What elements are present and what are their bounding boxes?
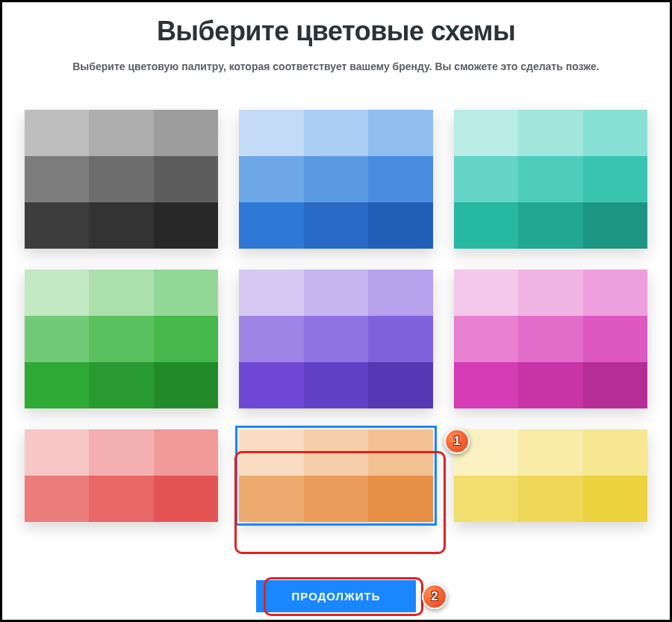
continue-button[interactable]: ПРОДОЛЖИТЬ bbox=[256, 580, 417, 612]
palette-blue[interactable] bbox=[239, 110, 432, 249]
continue-wrap: ПРОДОЛЖИТЬ bbox=[2, 580, 670, 612]
palette-grid bbox=[25, 110, 647, 522]
palette-red[interactable] bbox=[25, 429, 218, 522]
page-subtitle: Выберите цветовую палитру, которая соотв… bbox=[2, 60, 670, 72]
palette-teal[interactable] bbox=[454, 110, 647, 249]
palette-green[interactable] bbox=[25, 270, 218, 408]
palette-pink[interactable] bbox=[454, 270, 647, 408]
palette-yellow[interactable] bbox=[454, 429, 647, 522]
palette-purple[interactable] bbox=[239, 270, 432, 408]
color-scheme-page: Выберите цветовые схемы Выберите цветову… bbox=[2, 2, 670, 620]
palette-orange[interactable] bbox=[239, 429, 432, 522]
page-header: Выберите цветовые схемы Выберите цветову… bbox=[2, 2, 670, 72]
palette-gray[interactable] bbox=[25, 110, 218, 249]
page-title: Выберите цветовые схемы bbox=[2, 16, 670, 47]
